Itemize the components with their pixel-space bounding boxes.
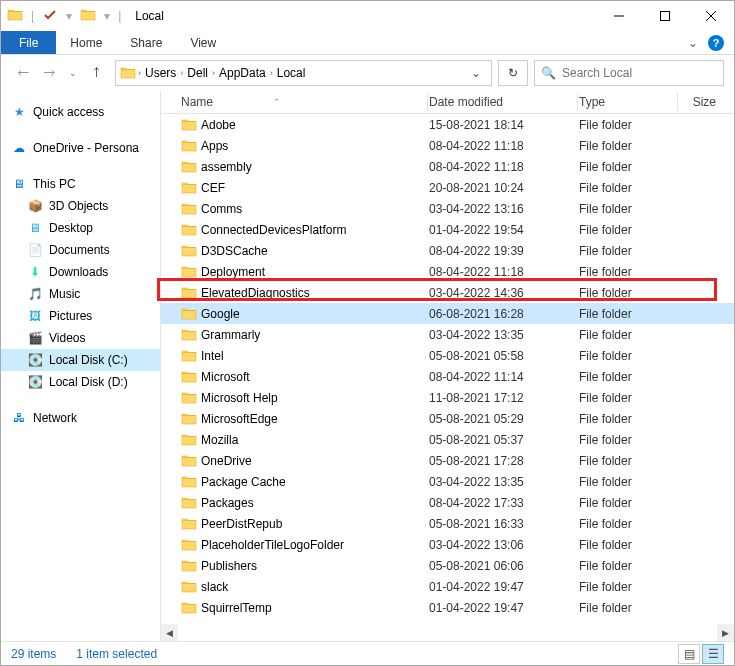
nav-back-icon[interactable]: 🡐 bbox=[17, 66, 29, 80]
close-button[interactable] bbox=[688, 1, 734, 31]
table-row[interactable]: Microsoft Help11-08-2021 17:12File folde… bbox=[161, 387, 734, 408]
nav-item[interactable]: 🎬Videos bbox=[1, 327, 160, 349]
horizontal-scrollbar[interactable]: ◀ ▶ bbox=[161, 624, 734, 641]
address-dropdown-icon[interactable]: ⌄ bbox=[465, 66, 487, 80]
ribbon-collapse-icon[interactable]: ⌄ bbox=[688, 36, 698, 50]
table-row[interactable]: Comms03-04-2022 13:16File folder bbox=[161, 198, 734, 219]
table-row[interactable]: CEF20-08-2021 10:24File folder bbox=[161, 177, 734, 198]
file-name: D3DSCache bbox=[201, 244, 429, 258]
search-box[interactable]: 🔍 bbox=[534, 60, 724, 86]
tab-file[interactable]: File bbox=[1, 31, 56, 54]
scroll-left-icon[interactable]: ◀ bbox=[161, 624, 178, 641]
folder-icon bbox=[181, 117, 201, 133]
file-date: 03-04-2022 13:06 bbox=[429, 538, 579, 552]
view-details-button[interactable]: ☰ bbox=[702, 644, 724, 664]
breadcrumb-seg[interactable]: AppData bbox=[215, 66, 270, 80]
nav-label: Quick access bbox=[33, 105, 104, 119]
folder-icon bbox=[181, 390, 201, 406]
table-row[interactable]: Package Cache03-04-2022 13:35File folder bbox=[161, 471, 734, 492]
navigation-pane[interactable]: ★ Quick access ☁ OneDrive - Persona 🖥 Th… bbox=[1, 91, 161, 641]
table-row[interactable]: Adobe15-08-2021 18:14File folder bbox=[161, 114, 734, 135]
nav-network[interactable]: 🖧 Network bbox=[1, 407, 160, 429]
file-type: File folder bbox=[579, 349, 679, 363]
breadcrumb-seg[interactable]: Local bbox=[273, 66, 310, 80]
nav-onedrive[interactable]: ☁ OneDrive - Persona bbox=[1, 137, 160, 159]
table-row[interactable]: Deployment08-04-2022 11:18File folder bbox=[161, 261, 734, 282]
qat-properties-icon[interactable] bbox=[42, 7, 58, 26]
file-date: 08-04-2022 11:18 bbox=[429, 265, 579, 279]
title-bar: | ▾ ▾ | Local bbox=[1, 1, 734, 31]
maximize-button[interactable] bbox=[642, 1, 688, 31]
nav-item[interactable]: 💽Local Disk (C:) bbox=[1, 349, 160, 371]
breadcrumb-seg[interactable]: Users bbox=[141, 66, 180, 80]
col-date[interactable]: Date modified bbox=[429, 95, 579, 109]
table-row[interactable]: assembly08-04-2022 11:18File folder bbox=[161, 156, 734, 177]
table-row[interactable]: Publishers05-08-2021 06:06File folder bbox=[161, 555, 734, 576]
file-type: File folder bbox=[579, 181, 679, 195]
table-row[interactable]: Intel05-08-2021 05:58File folder bbox=[161, 345, 734, 366]
tab-home[interactable]: Home bbox=[56, 31, 116, 54]
nav-item[interactable]: 🖥Desktop bbox=[1, 217, 160, 239]
nav-item-icon: 📄 bbox=[27, 242, 43, 258]
table-row[interactable]: PlaceholderTileLogoFolder03-04-2022 13:0… bbox=[161, 534, 734, 555]
file-date: 05-08-2021 05:37 bbox=[429, 433, 579, 447]
address-bar: 🡐 🡒 ⌄ 🡑 › Users › Dell › AppData › Local… bbox=[1, 55, 734, 91]
table-row[interactable]: Packages08-04-2022 17:33File folder bbox=[161, 492, 734, 513]
table-row[interactable]: PeerDistRepub05-08-2021 16:33File folder bbox=[161, 513, 734, 534]
status-bar: 29 items 1 item selected ▤ ☰ bbox=[1, 641, 734, 665]
nav-item[interactable]: 📦3D Objects bbox=[1, 195, 160, 217]
file-name: Intel bbox=[201, 349, 429, 363]
folder-icon bbox=[181, 159, 201, 175]
refresh-button[interactable]: ↻ bbox=[498, 60, 528, 86]
tab-share[interactable]: Share bbox=[116, 31, 176, 54]
col-size[interactable]: Size bbox=[679, 95, 734, 109]
table-row[interactable]: SquirrelTemp01-04-2022 19:47File folder bbox=[161, 597, 734, 618]
nav-forward-icon[interactable]: 🡒 bbox=[43, 66, 55, 80]
nav-item[interactable]: 💽Local Disk (D:) bbox=[1, 371, 160, 393]
tab-view[interactable]: View bbox=[176, 31, 230, 54]
nav-item[interactable]: 🎵Music bbox=[1, 283, 160, 305]
file-name: Package Cache bbox=[201, 475, 429, 489]
table-row[interactable]: D3DSCache08-04-2022 19:39File folder bbox=[161, 240, 734, 261]
folder-icon bbox=[181, 243, 201, 259]
nav-up-icon[interactable]: 🡑 bbox=[91, 66, 103, 80]
nav-recent-icon[interactable]: ⌄ bbox=[69, 68, 77, 78]
nav-item[interactable]: ⬇Downloads bbox=[1, 261, 160, 283]
nav-this-pc[interactable]: 🖥 This PC bbox=[1, 173, 160, 195]
col-name[interactable]: Name⌃ bbox=[181, 95, 429, 109]
table-row[interactable]: ConnectedDevicesPlatform01-04-2022 19:54… bbox=[161, 219, 734, 240]
nav-item[interactable]: 🖼Pictures bbox=[1, 305, 160, 327]
table-row[interactable]: Microsoft08-04-2022 11:14File folder bbox=[161, 366, 734, 387]
view-thumbnails-button[interactable]: ▤ bbox=[678, 644, 700, 664]
file-date: 05-08-2021 06:06 bbox=[429, 559, 579, 573]
breadcrumb-seg[interactable]: Dell bbox=[183, 66, 212, 80]
help-icon[interactable]: ? bbox=[708, 35, 724, 51]
file-date: 01-04-2022 19:54 bbox=[429, 223, 579, 237]
table-row[interactable]: slack01-04-2022 19:47File folder bbox=[161, 576, 734, 597]
scroll-right-icon[interactable]: ▶ bbox=[717, 624, 734, 641]
file-list[interactable]: Adobe15-08-2021 18:14File folderApps08-0… bbox=[161, 114, 734, 624]
column-headers[interactable]: Name⌃ Date modified Type Size bbox=[161, 91, 734, 114]
table-row[interactable]: OneDrive05-08-2021 17:28File folder bbox=[161, 450, 734, 471]
col-type[interactable]: Type bbox=[579, 95, 679, 109]
file-date: 08-04-2022 11:14 bbox=[429, 370, 579, 384]
nav-item-label: Pictures bbox=[49, 309, 92, 323]
nav-item-icon: 🎬 bbox=[27, 330, 43, 346]
nav-quick-access[interactable]: ★ Quick access bbox=[1, 101, 160, 123]
minimize-button[interactable] bbox=[596, 1, 642, 31]
status-count: 29 items bbox=[11, 647, 56, 661]
breadcrumb[interactable]: › Users › Dell › AppData › Local ⌄ bbox=[115, 60, 492, 86]
table-row[interactable]: ElevatedDiagnostics03-04-2022 14:36File … bbox=[161, 282, 734, 303]
file-type: File folder bbox=[579, 433, 679, 447]
folder-icon bbox=[181, 285, 201, 301]
breadcrumb-root-icon[interactable] bbox=[120, 65, 138, 81]
file-date: 06-08-2021 16:28 bbox=[429, 307, 579, 321]
search-input[interactable] bbox=[562, 66, 717, 80]
table-row[interactable]: Mozilla05-08-2021 05:37File folder bbox=[161, 429, 734, 450]
nav-item[interactable]: 📄Documents bbox=[1, 239, 160, 261]
table-row[interactable]: MicrosoftEdge05-08-2021 05:29File folder bbox=[161, 408, 734, 429]
table-row[interactable]: Google06-08-2021 16:28File folder bbox=[161, 303, 734, 324]
table-row[interactable]: Grammarly03-04-2022 13:35File folder bbox=[161, 324, 734, 345]
file-type: File folder bbox=[579, 538, 679, 552]
table-row[interactable]: Apps08-04-2022 11:18File folder bbox=[161, 135, 734, 156]
